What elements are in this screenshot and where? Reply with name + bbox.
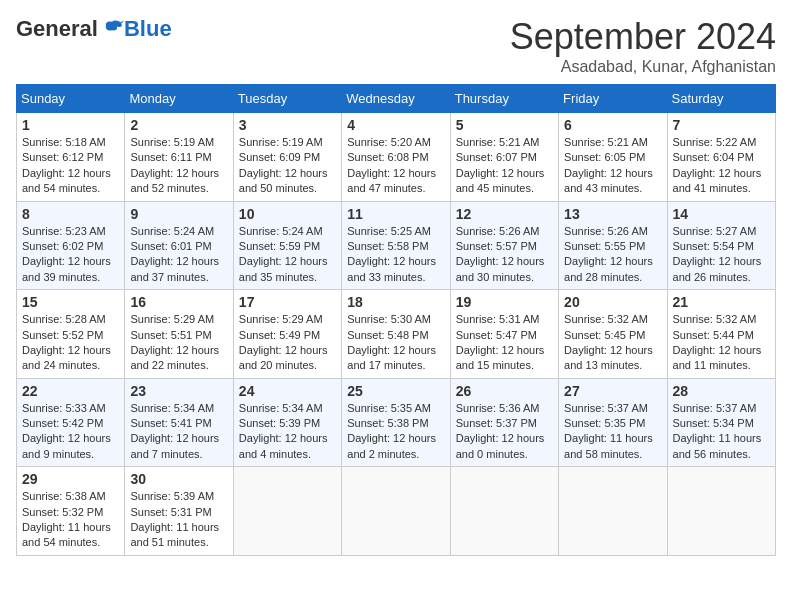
- day-number: 3: [239, 117, 336, 133]
- day-detail: Sunrise: 5:32 AM Sunset: 5:45 PM Dayligh…: [564, 312, 661, 374]
- day-cell: [559, 467, 667, 556]
- month-title: September 2024: [510, 16, 776, 58]
- day-cell: 2Sunrise: 5:19 AM Sunset: 6:11 PM Daylig…: [125, 113, 233, 202]
- day-cell: 3Sunrise: 5:19 AM Sunset: 6:09 PM Daylig…: [233, 113, 341, 202]
- day-number: 4: [347, 117, 444, 133]
- day-number: 28: [673, 383, 770, 399]
- day-cell: [667, 467, 775, 556]
- day-cell: 12Sunrise: 5:26 AM Sunset: 5:57 PM Dayli…: [450, 201, 558, 290]
- calendar-body: 1Sunrise: 5:18 AM Sunset: 6:12 PM Daylig…: [17, 113, 776, 556]
- day-number: 6: [564, 117, 661, 133]
- week-row-5: 29Sunrise: 5:38 AM Sunset: 5:32 PM Dayli…: [17, 467, 776, 556]
- day-cell: 1Sunrise: 5:18 AM Sunset: 6:12 PM Daylig…: [17, 113, 125, 202]
- day-number: 16: [130, 294, 227, 310]
- header: General Blue September 2024 Asadabad, Ku…: [16, 16, 776, 76]
- day-number: 10: [239, 206, 336, 222]
- day-cell: 27Sunrise: 5:37 AM Sunset: 5:35 PM Dayli…: [559, 378, 667, 467]
- day-detail: Sunrise: 5:34 AM Sunset: 5:41 PM Dayligh…: [130, 401, 227, 463]
- weekday-thursday: Thursday: [450, 85, 558, 113]
- day-detail: Sunrise: 5:19 AM Sunset: 6:11 PM Dayligh…: [130, 135, 227, 197]
- day-detail: Sunrise: 5:18 AM Sunset: 6:12 PM Dayligh…: [22, 135, 119, 197]
- day-detail: Sunrise: 5:30 AM Sunset: 5:48 PM Dayligh…: [347, 312, 444, 374]
- week-row-1: 1Sunrise: 5:18 AM Sunset: 6:12 PM Daylig…: [17, 113, 776, 202]
- logo-blue-text: Blue: [124, 16, 172, 42]
- day-cell: 18Sunrise: 5:30 AM Sunset: 5:48 PM Dayli…: [342, 290, 450, 379]
- weekday-saturday: Saturday: [667, 85, 775, 113]
- day-detail: Sunrise: 5:33 AM Sunset: 5:42 PM Dayligh…: [22, 401, 119, 463]
- day-number: 23: [130, 383, 227, 399]
- day-number: 14: [673, 206, 770, 222]
- day-number: 18: [347, 294, 444, 310]
- day-cell: 8Sunrise: 5:23 AM Sunset: 6:02 PM Daylig…: [17, 201, 125, 290]
- day-number: 9: [130, 206, 227, 222]
- day-detail: Sunrise: 5:34 AM Sunset: 5:39 PM Dayligh…: [239, 401, 336, 463]
- day-detail: Sunrise: 5:24 AM Sunset: 6:01 PM Dayligh…: [130, 224, 227, 286]
- day-number: 11: [347, 206, 444, 222]
- day-cell: 7Sunrise: 5:22 AM Sunset: 6:04 PM Daylig…: [667, 113, 775, 202]
- week-row-4: 22Sunrise: 5:33 AM Sunset: 5:42 PM Dayli…: [17, 378, 776, 467]
- day-detail: Sunrise: 5:26 AM Sunset: 5:55 PM Dayligh…: [564, 224, 661, 286]
- weekday-header-row: SundayMondayTuesdayWednesdayThursdayFrid…: [17, 85, 776, 113]
- day-detail: Sunrise: 5:35 AM Sunset: 5:38 PM Dayligh…: [347, 401, 444, 463]
- logo-general-text: General: [16, 16, 98, 42]
- title-area: September 2024 Asadabad, Kunar, Afghanis…: [510, 16, 776, 76]
- week-row-2: 8Sunrise: 5:23 AM Sunset: 6:02 PM Daylig…: [17, 201, 776, 290]
- day-number: 30: [130, 471, 227, 487]
- day-number: 19: [456, 294, 553, 310]
- day-number: 2: [130, 117, 227, 133]
- day-number: 27: [564, 383, 661, 399]
- day-number: 25: [347, 383, 444, 399]
- day-detail: Sunrise: 5:36 AM Sunset: 5:37 PM Dayligh…: [456, 401, 553, 463]
- day-cell: 23Sunrise: 5:34 AM Sunset: 5:41 PM Dayli…: [125, 378, 233, 467]
- day-cell: [233, 467, 341, 556]
- day-detail: Sunrise: 5:19 AM Sunset: 6:09 PM Dayligh…: [239, 135, 336, 197]
- day-detail: Sunrise: 5:22 AM Sunset: 6:04 PM Dayligh…: [673, 135, 770, 197]
- day-cell: 4Sunrise: 5:20 AM Sunset: 6:08 PM Daylig…: [342, 113, 450, 202]
- weekday-friday: Friday: [559, 85, 667, 113]
- day-cell: 29Sunrise: 5:38 AM Sunset: 5:32 PM Dayli…: [17, 467, 125, 556]
- day-detail: Sunrise: 5:25 AM Sunset: 5:58 PM Dayligh…: [347, 224, 444, 286]
- day-number: 20: [564, 294, 661, 310]
- day-detail: Sunrise: 5:37 AM Sunset: 5:34 PM Dayligh…: [673, 401, 770, 463]
- day-detail: Sunrise: 5:26 AM Sunset: 5:57 PM Dayligh…: [456, 224, 553, 286]
- day-number: 13: [564, 206, 661, 222]
- weekday-tuesday: Tuesday: [233, 85, 341, 113]
- day-number: 7: [673, 117, 770, 133]
- day-detail: Sunrise: 5:29 AM Sunset: 5:49 PM Dayligh…: [239, 312, 336, 374]
- day-detail: Sunrise: 5:37 AM Sunset: 5:35 PM Dayligh…: [564, 401, 661, 463]
- day-cell: 15Sunrise: 5:28 AM Sunset: 5:52 PM Dayli…: [17, 290, 125, 379]
- logo: General Blue: [16, 16, 172, 42]
- calendar-table: SundayMondayTuesdayWednesdayThursdayFrid…: [16, 84, 776, 556]
- day-cell: 10Sunrise: 5:24 AM Sunset: 5:59 PM Dayli…: [233, 201, 341, 290]
- day-cell: 20Sunrise: 5:32 AM Sunset: 5:45 PM Dayli…: [559, 290, 667, 379]
- day-number: 8: [22, 206, 119, 222]
- location: Asadabad, Kunar, Afghanistan: [510, 58, 776, 76]
- day-cell: [342, 467, 450, 556]
- day-detail: Sunrise: 5:38 AM Sunset: 5:32 PM Dayligh…: [22, 489, 119, 551]
- day-cell: 13Sunrise: 5:26 AM Sunset: 5:55 PM Dayli…: [559, 201, 667, 290]
- day-number: 1: [22, 117, 119, 133]
- day-detail: Sunrise: 5:29 AM Sunset: 5:51 PM Dayligh…: [130, 312, 227, 374]
- day-cell: 28Sunrise: 5:37 AM Sunset: 5:34 PM Dayli…: [667, 378, 775, 467]
- week-row-3: 15Sunrise: 5:28 AM Sunset: 5:52 PM Dayli…: [17, 290, 776, 379]
- day-detail: Sunrise: 5:23 AM Sunset: 6:02 PM Dayligh…: [22, 224, 119, 286]
- day-detail: Sunrise: 5:20 AM Sunset: 6:08 PM Dayligh…: [347, 135, 444, 197]
- day-number: 15: [22, 294, 119, 310]
- day-number: 24: [239, 383, 336, 399]
- day-detail: Sunrise: 5:21 AM Sunset: 6:07 PM Dayligh…: [456, 135, 553, 197]
- day-cell: 30Sunrise: 5:39 AM Sunset: 5:31 PM Dayli…: [125, 467, 233, 556]
- day-cell: 5Sunrise: 5:21 AM Sunset: 6:07 PM Daylig…: [450, 113, 558, 202]
- day-cell: 6Sunrise: 5:21 AM Sunset: 6:05 PM Daylig…: [559, 113, 667, 202]
- day-cell: 16Sunrise: 5:29 AM Sunset: 5:51 PM Dayli…: [125, 290, 233, 379]
- day-cell: 17Sunrise: 5:29 AM Sunset: 5:49 PM Dayli…: [233, 290, 341, 379]
- day-cell: 24Sunrise: 5:34 AM Sunset: 5:39 PM Dayli…: [233, 378, 341, 467]
- day-number: 12: [456, 206, 553, 222]
- day-cell: 9Sunrise: 5:24 AM Sunset: 6:01 PM Daylig…: [125, 201, 233, 290]
- day-cell: 21Sunrise: 5:32 AM Sunset: 5:44 PM Dayli…: [667, 290, 775, 379]
- day-number: 29: [22, 471, 119, 487]
- day-detail: Sunrise: 5:27 AM Sunset: 5:54 PM Dayligh…: [673, 224, 770, 286]
- day-cell: 14Sunrise: 5:27 AM Sunset: 5:54 PM Dayli…: [667, 201, 775, 290]
- day-cell: 11Sunrise: 5:25 AM Sunset: 5:58 PM Dayli…: [342, 201, 450, 290]
- day-cell: 22Sunrise: 5:33 AM Sunset: 5:42 PM Dayli…: [17, 378, 125, 467]
- day-number: 26: [456, 383, 553, 399]
